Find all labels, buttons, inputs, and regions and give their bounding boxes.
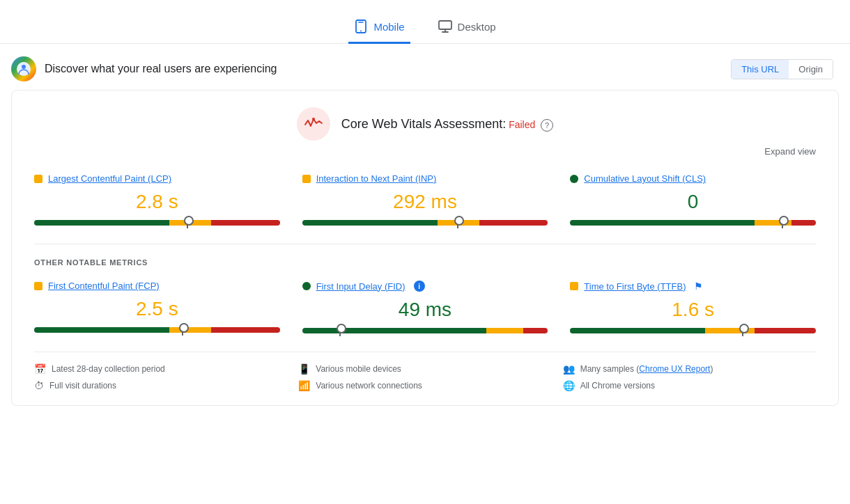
metric-dot (570, 282, 578, 290)
header-title: Discover what your real users are experi… (45, 63, 277, 75)
avatar (11, 56, 36, 81)
flag-icon: ⚑ (694, 281, 703, 292)
metric-card-ttfb: Time to First Byte (TTFB) ⚑ 1.6 s (570, 281, 816, 335)
footer-text: Full visit durations (49, 381, 116, 391)
metric-label[interactable]: Cumulative Layout Shift (CLS) (584, 173, 706, 184)
bar-indicator (187, 219, 188, 228)
svg-point-1 (360, 31, 362, 32)
metric-label-row: Interaction to Next Paint (INP) (302, 173, 548, 184)
bar-red (791, 220, 816, 226)
tab-desktop-label: Desktop (458, 21, 496, 33)
bar-green (302, 220, 438, 226)
svg-point-7 (22, 65, 26, 69)
progress-bar-track (570, 328, 816, 333)
footer-col1: 📅 Latest 28-day collection period ⏱ Full… (34, 363, 287, 391)
progress-bar (34, 327, 280, 334)
svg-point-8 (312, 118, 315, 120)
metric-info-icon[interactable]: i (414, 281, 425, 292)
footer-item: 📶 Various network connections (298, 380, 551, 391)
svg-rect-3 (439, 21, 451, 29)
progress-bar (34, 220, 280, 227)
footer-info: 📅 Latest 28-day collection period ⏱ Full… (34, 352, 816, 391)
bar-green (570, 328, 705, 333)
footer-icon: 📱 (298, 363, 310, 375)
footer-item: 👥 Many samples (Chrome UX Report) (563, 363, 816, 375)
bar-indicator (782, 219, 783, 228)
assessment-info-icon[interactable]: ? (541, 119, 553, 132)
assessment-status: Failed (509, 119, 535, 130)
metric-dot (302, 282, 311, 290)
metric-card-fid: First Input Delay (FID) i 49 ms (302, 281, 548, 335)
this-url-button[interactable]: This URL (732, 60, 789, 79)
assessment-icon (297, 107, 330, 141)
progress-bar (570, 328, 816, 335)
metric-value: 1.6 s (570, 296, 816, 324)
footer-item: 📅 Latest 28-day collection period (34, 363, 287, 375)
header-row: Discover what your real users are experi… (0, 44, 850, 90)
origin-button[interactable]: Origin (789, 60, 833, 79)
footer-item: 🌐 All Chrome versions (563, 380, 816, 391)
metric-label[interactable]: First Contentful Paint (FCP) (48, 281, 160, 291)
metric-label-row: Largest Contentful Paint (LCP) (34, 173, 280, 184)
bar-indicator (742, 326, 743, 336)
metric-dot (302, 175, 311, 183)
desktop-icon (438, 19, 452, 33)
other-metrics-grid: First Contentful Paint (FCP) 2.5 s First… (34, 281, 816, 335)
metric-label[interactable]: First Input Delay (FID) (316, 281, 405, 292)
progress-bar (302, 328, 548, 335)
tab-mobile[interactable]: Mobile (348, 11, 410, 44)
bar-red (211, 327, 280, 333)
tab-desktop[interactable]: Desktop (433, 11, 502, 44)
metric-value: 0 (570, 188, 816, 216)
bar-orange (486, 328, 523, 333)
footer-text: All Chrome versions (580, 381, 655, 391)
footer-text: Latest 28-day collection period (52, 364, 165, 374)
expand-row: Expand view (34, 146, 816, 157)
footer-col2: 📱 Various mobile devices 📶 Various netwo… (298, 363, 551, 391)
metric-label-row: Cumulative Layout Shift (CLS) (570, 173, 816, 184)
metric-value: 2.8 s (34, 188, 280, 216)
footer-icon: 👥 (563, 363, 575, 375)
metric-label-row: Time to First Byte (TTFB) ⚑ (570, 281, 816, 292)
bar-green (302, 328, 487, 333)
other-metrics-label: OTHER NOTABLE METRICS (34, 258, 816, 267)
footer-icon: 📅 (34, 363, 46, 375)
footer-icon: 🌐 (563, 380, 575, 391)
metric-dot (34, 175, 42, 183)
metric-label[interactable]: Time to First Byte (TTFB) (584, 281, 686, 292)
footer-item: ⏱ Full visit durations (34, 380, 287, 391)
metric-label-row: First Contentful Paint (FCP) (34, 281, 280, 291)
metric-dot (34, 282, 42, 290)
metric-value: 49 ms (302, 296, 548, 324)
metric-label[interactable]: Interaction to Next Paint (INP) (316, 173, 437, 184)
bar-indicator (339, 326, 341, 336)
mobile-icon (354, 19, 368, 33)
metric-label[interactable]: Largest Contentful Paint (LCP) (48, 173, 171, 184)
chrome-ux-report-link[interactable]: Chrome UX Report (639, 364, 710, 374)
bar-red (755, 328, 816, 333)
progress-bar-track (34, 327, 280, 333)
footer-icon: ⏱ (34, 380, 44, 391)
footer-text: Many samples (Chrome UX Report) (580, 364, 713, 374)
metric-label-row: First Input Delay (FID) i (302, 281, 548, 292)
url-origin-toggle: This URL Origin (731, 59, 833, 79)
bar-green (570, 220, 754, 226)
expand-view-link[interactable]: Expand view (764, 146, 816, 157)
progress-bar-track (302, 220, 548, 226)
core-metrics-grid: Largest Contentful Paint (LCP) 2.8 s Int… (34, 173, 816, 227)
bar-red (479, 220, 548, 226)
bar-red (211, 220, 280, 226)
metric-card-inp: Interaction to Next Paint (INP) 292 ms (302, 173, 548, 227)
footer-text: Various network connections (316, 381, 422, 391)
footer-col3: 👥 Many samples (Chrome UX Report) 🌐 All … (563, 363, 816, 391)
assessment-header: Core Web Vitals Assessment: Failed ? (34, 107, 816, 141)
footer-icon: 📶 (298, 380, 310, 391)
metric-card-fcp: First Contentful Paint (FCP) 2.5 s (34, 281, 280, 335)
progress-bar-track (34, 220, 280, 226)
bar-indicator (182, 326, 183, 336)
metric-value: 292 ms (302, 188, 548, 216)
assessment-title: Core Web Vitals Assessment: Failed ? (341, 117, 553, 132)
tab-mobile-label: Mobile (373, 21, 404, 33)
footer-item: 📱 Various mobile devices (298, 363, 551, 375)
tab-bar: Mobile Desktop (0, 0, 850, 44)
